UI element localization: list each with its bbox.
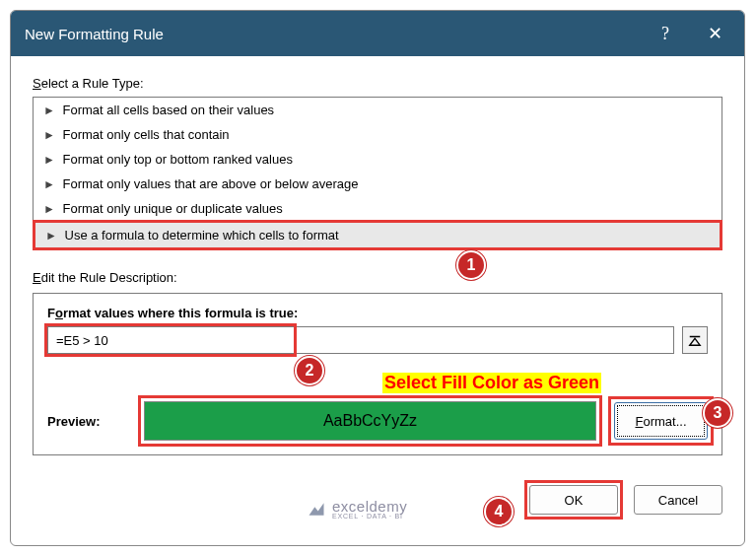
- preview-label: Preview:: [47, 414, 126, 429]
- bullet-icon: ►: [43, 202, 55, 216]
- bullet-icon: ►: [43, 153, 55, 167]
- collapse-dialog-icon: [688, 333, 702, 347]
- edit-rule-box: Format values where this formula is true…: [33, 293, 722, 455]
- dialog-title: New Formatting Rule: [25, 26, 661, 42]
- step-badge-4: 4: [484, 497, 514, 526]
- range-picker-button[interactable]: [682, 326, 708, 354]
- rule-type-item[interactable]: ► Format only top or bottom ranked value…: [34, 147, 722, 172]
- help-icon[interactable]: ?: [661, 24, 669, 44]
- format-button[interactable]: Format...: [614, 402, 708, 440]
- annotation-fill-color: Select Fill Color as Green: [382, 373, 601, 393]
- rule-type-item[interactable]: ► Format only values that are above or b…: [34, 172, 722, 196]
- ok-button[interactable]: OK: [529, 485, 618, 515]
- rule-type-item[interactable]: ► Format only cells that contain: [34, 122, 722, 147]
- bullet-icon: ►: [43, 177, 55, 191]
- watermark: exceldemy EXCEL · DATA · BI: [307, 498, 407, 520]
- close-icon[interactable]: ✕: [699, 23, 730, 44]
- bullet-icon: ►: [43, 128, 55, 142]
- edit-rule-description-label: Edit the Rule Description:: [33, 270, 722, 285]
- preview-sample-text: AaBbCcYyZz: [323, 412, 417, 430]
- bullet-icon: ►: [43, 104, 55, 117]
- rule-type-item-formula[interactable]: ► Use a formula to determine which cells…: [33, 220, 722, 250]
- preview-swatch: AaBbCcYyZz: [144, 401, 596, 441]
- bullet-icon: ►: [45, 229, 57, 243]
- new-formatting-rule-dialog: New Formatting Rule ? ✕ Select a Rule Ty…: [10, 10, 745, 546]
- titlebar: New Formatting Rule ? ✕: [11, 11, 744, 56]
- watermark-icon: [307, 499, 326, 519]
- formula-caption: Format values where this formula is true…: [47, 306, 708, 320]
- watermark-subtext: EXCEL · DATA · BI: [332, 513, 407, 520]
- formula-input[interactable]: [47, 326, 674, 354]
- step-badge-2: 2: [295, 356, 324, 385]
- step-badge-1: 1: [456, 250, 486, 280]
- rule-type-list[interactable]: ► Format all cells based on their values…: [33, 97, 722, 250]
- step-badge-3: 3: [703, 398, 732, 428]
- rule-type-item[interactable]: ► Format all cells based on their values: [34, 98, 722, 122]
- rule-type-item[interactable]: ► Format only unique or duplicate values: [34, 196, 722, 221]
- cancel-button[interactable]: Cancel: [634, 485, 722, 515]
- select-rule-type-label: Select a Rule Type:: [33, 76, 722, 91]
